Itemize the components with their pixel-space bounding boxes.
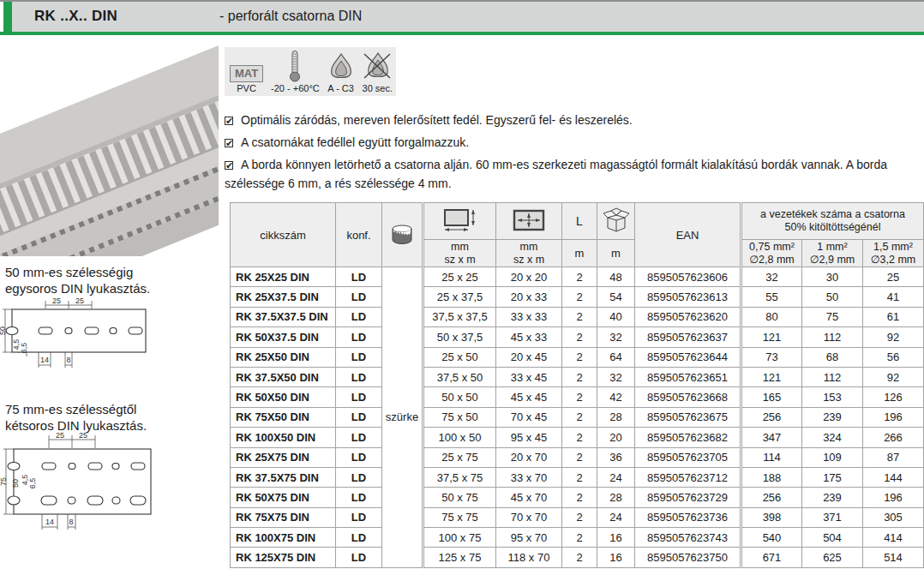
col-header-package (597, 203, 635, 240)
ean-code: 8595057623620 (635, 307, 741, 326)
package-m: 64 (597, 347, 635, 367)
table-row: RK 37.5X75 DINLD37,5 x 7533 x 7022485950… (231, 467, 924, 487)
konf-value: LD (336, 528, 382, 548)
inner-dimensions-icon (511, 208, 547, 232)
wires-1mm2: 324 (802, 428, 863, 447)
length-m: 2 (562, 327, 597, 347)
thermometer-icon (288, 50, 302, 82)
wires-075mm2: 73 (741, 347, 802, 367)
table-row: RK 100X75 DINLD100 x 7595 x 702168595057… (231, 528, 924, 548)
table-row: RK 25X25 DINLDszürke25 x 2520 x 20248859… (231, 267, 924, 287)
ean-code: 8595057623651 (635, 367, 741, 386)
inner-dimensions: 20 x 45 (496, 347, 562, 367)
inner-dimensions: 95 x 70 (496, 528, 562, 548)
flame-crossed-icon (363, 51, 392, 82)
wires-group-line1: a vezetékek száma a csatorna (760, 208, 905, 220)
inner-dimensions: 20 x 33 (496, 287, 562, 307)
punching-diagram-double-row: 25 25 75 50 4,5 6,5 14 8 (0, 430, 171, 546)
article-number: RK 100X50 DIN (231, 428, 336, 447)
wires-075mm2: 188 (741, 467, 802, 487)
feature-list: Optimális záródás, mereven felerősített … (225, 111, 922, 196)
konf-value: LD (336, 428, 382, 447)
dim-8: 8 (66, 356, 70, 364)
property-fire-class: A - C3 (327, 50, 355, 94)
outer-dimensions: 125 x 75 (423, 548, 496, 567)
col-header-outer-dim (423, 203, 496, 240)
table-body: RK 25X25 DINLDszürke25 x 2520 x 20248859… (231, 267, 924, 568)
wires-15mm2: 196 (863, 488, 924, 507)
konf-value: LD (336, 447, 382, 467)
dim-50: 50 (0, 326, 7, 335)
ean-code: 8595057623644 (635, 347, 741, 367)
outer-dimensions: 100 x 50 (423, 428, 496, 447)
outer-dimensions: 25 x 75 (423, 447, 496, 467)
outer-dimensions: 100 x 75 (423, 528, 496, 548)
wires-075mm2: 398 (741, 507, 802, 527)
package-m: 16 (597, 548, 635, 567)
length-m: 2 (562, 488, 597, 507)
mat-box-icon: MAT (230, 65, 263, 82)
wires-075mm2: 671 (741, 548, 802, 567)
inner-dimensions: 45 x 70 (496, 488, 562, 507)
wires-15mm2: 196 (863, 407, 924, 427)
konf-value: LD (336, 507, 382, 527)
outer-dimensions: 50 x 75 (423, 488, 496, 507)
wires-15mm2: 92 (863, 367, 924, 386)
table-row: RK 50X37.5 DINLD50 x 37,545 x 3323285950… (231, 327, 924, 347)
inner-dimensions: 95 x 45 (496, 428, 562, 447)
package-m: 36 (597, 447, 635, 467)
col-header-wires-group: a vezetékek száma a csatorna 50% kitöltö… (741, 203, 924, 240)
punching-diagram-single-row: 25 25 50 4,5 6,5 14 8 (0, 296, 163, 382)
wires-1mm2: 50 (802, 287, 863, 307)
wires-075mm2: 80 (741, 307, 802, 326)
article-number: RK 50X50 DIN (231, 387, 336, 407)
ean-code: 8595057623682 (635, 428, 741, 447)
subheader-package-unit: m (597, 240, 635, 267)
konf-value: LD (336, 267, 382, 287)
inner-dimensions: 118 x 70 (496, 548, 562, 567)
ean-code: 8595057623613 (635, 287, 741, 307)
ean-code: 8595057623606 (635, 267, 741, 287)
diagram1-caption: 50 mm-es szélességig egysoros DIN lyukas… (5, 264, 219, 296)
wires-075mm2: 121 (741, 327, 802, 347)
feature-item: A csatornákat fedéllel együtt forgalmazz… (225, 133, 922, 152)
accent-tab (3, 2, 12, 32)
product-photo (0, 39, 219, 256)
accent-rule (0, 32, 924, 35)
inner-dimensions: 20 x 70 (496, 447, 562, 467)
length-m: 2 (562, 367, 597, 386)
wires-1mm2: 239 (802, 407, 863, 427)
catalog-page: RK ..X.. DIN - perforált csatorna DIN (0, 0, 924, 575)
inner-dimensions: 70 x 45 (496, 407, 562, 427)
wires-075mm2: 347 (741, 428, 802, 447)
wires-1mm2: 504 (802, 528, 863, 548)
length-m: 2 (562, 447, 597, 467)
konf-value: LD (336, 347, 382, 367)
checkbox-icon (225, 117, 233, 125)
wires-1mm2: 175 (802, 467, 863, 487)
inner-dimensions: 20 x 20 (496, 267, 562, 287)
konf-value: LD (336, 387, 382, 407)
article-number: RK 50X75 DIN (231, 488, 336, 507)
col-header-color (382, 203, 423, 267)
material-label: PVC (237, 82, 256, 94)
feature-item: Optimális záródás, mereven felerősített … (225, 111, 922, 129)
ean-code: 8595057623729 (635, 488, 741, 507)
table-row: RK 125X75 DINLD125 x 75118 x 70216859505… (231, 548, 924, 567)
dim-14: 14 (40, 356, 49, 364)
article-number: RK 37.5X37.5 DIN (231, 307, 336, 326)
ean-code: 8595057623750 (635, 548, 741, 567)
package-m: 32 (597, 367, 635, 386)
diagram2-caption: 75 mm-es szélességtől kétsoros DIN lyuka… (5, 401, 219, 434)
inner-dimensions: 33 x 70 (496, 467, 562, 487)
wires-15mm2: 305 (863, 507, 924, 527)
inner-dimensions: 45 x 45 (496, 387, 562, 407)
table-row: RK 75X50 DINLD75 x 5070 x 45228859505762… (231, 407, 924, 427)
length-m: 2 (562, 267, 597, 287)
diagram1-caption-line2: egysoros DIN lyukasztás. (5, 280, 219, 296)
wires-15mm2: 56 (863, 347, 924, 367)
col-header-length: L (562, 203, 597, 240)
konf-value: LD (336, 287, 382, 307)
length-m: 2 (562, 467, 597, 487)
ean-code: 8595057623637 (635, 327, 741, 347)
